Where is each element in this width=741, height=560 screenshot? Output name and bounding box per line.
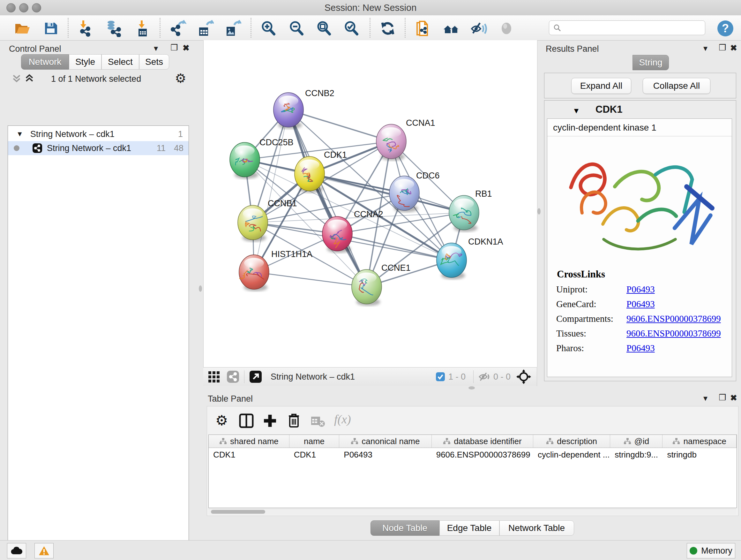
crosslink-link[interactable]: P06493 bbox=[626, 284, 655, 295]
warnings-button[interactable] bbox=[35, 543, 54, 558]
search-input[interactable] bbox=[564, 23, 705, 33]
control-panel-menu-icon[interactable]: ▾ bbox=[154, 44, 158, 52]
results-panel-float-icon[interactable]: ❒ bbox=[719, 44, 726, 52]
open-in-browser-icon[interactable] bbox=[249, 370, 262, 383]
table-panel-close-icon[interactable]: ✖ bbox=[730, 394, 737, 402]
table-cell[interactable]: CDK1 bbox=[209, 448, 289, 461]
birds-eye-view-icon[interactable] bbox=[208, 370, 221, 383]
tree-expander-icon[interactable]: ▼ bbox=[16, 130, 23, 138]
scrollbar-thumb[interactable] bbox=[211, 510, 265, 514]
network-edge[interactable] bbox=[288, 110, 367, 287]
section-expander-icon[interactable]: ▼ bbox=[572, 106, 580, 115]
tab-string[interactable]: String bbox=[632, 55, 669, 70]
table-cell[interactable]: stringdb:9... bbox=[610, 448, 663, 461]
zoom-fit-icon[interactable] bbox=[315, 19, 333, 38]
import-table-icon[interactable] bbox=[133, 19, 152, 38]
vertical-splitter-handle[interactable] bbox=[199, 286, 202, 292]
table-panel-menu-icon[interactable]: ▾ bbox=[703, 394, 708, 402]
network-node-cdk1[interactable] bbox=[294, 157, 325, 193]
zoom-selected-icon[interactable] bbox=[342, 19, 360, 38]
network-node-rb1[interactable] bbox=[449, 195, 479, 232]
fit-content-crosshair-icon[interactable] bbox=[516, 369, 531, 384]
network-edge[interactable] bbox=[288, 110, 391, 141]
crosslink-link[interactable]: 9606.ENSP00000378699 bbox=[626, 328, 721, 339]
selected-checkbox-icon[interactable] bbox=[435, 372, 445, 381]
column-header-databaseidentifier[interactable]: database identifier bbox=[432, 435, 533, 448]
tab-select[interactable]: Select bbox=[102, 54, 139, 70]
network-node-ccna2[interactable] bbox=[322, 216, 352, 253]
network-options-gear-icon[interactable]: ⚙ bbox=[175, 71, 186, 85]
expand-all-button[interactable]: Expand All bbox=[571, 78, 631, 94]
zoom-out-icon[interactable] bbox=[287, 19, 306, 38]
home-networks-icon[interactable] bbox=[442, 19, 461, 38]
network-node-ccnb2[interactable] bbox=[273, 92, 304, 129]
hide-unhide-icon[interactable] bbox=[470, 19, 488, 38]
network-edge[interactable] bbox=[337, 234, 452, 260]
export-table-icon[interactable] bbox=[196, 19, 214, 38]
tab-style[interactable]: Style bbox=[69, 54, 102, 70]
tab-sets[interactable]: Sets bbox=[139, 54, 169, 70]
crosslink-link[interactable]: 9606.ENSP00000378699 bbox=[626, 314, 721, 324]
open-session-icon[interactable] bbox=[13, 19, 31, 38]
table-cell[interactable]: P06493 bbox=[339, 448, 431, 461]
network-edge[interactable] bbox=[254, 272, 367, 287]
network-node-ccna1[interactable] bbox=[376, 124, 406, 161]
network-canvas[interactable]: CCNB2CCNA1CDC25BCDK1CDC6RB1CCNB1CCNA2CDK… bbox=[203, 40, 537, 367]
network-row-selected[interactable]: String Network – cdk1 11 48 bbox=[8, 141, 189, 155]
collapse-all-networks-icon[interactable] bbox=[11, 73, 22, 84]
export-image-icon[interactable] bbox=[223, 19, 242, 38]
string-view-icon[interactable] bbox=[226, 370, 240, 383]
manage-files-icon[interactable] bbox=[414, 19, 433, 38]
refresh-icon[interactable] bbox=[379, 19, 397, 38]
add-column-icon[interactable] bbox=[263, 414, 277, 428]
crosslink-row: Uniprot:P06493 bbox=[556, 284, 732, 295]
column-header-name[interactable]: name bbox=[289, 435, 339, 448]
table-cell[interactable]: cyclin-dependent ... bbox=[533, 448, 610, 461]
control-panel-float-icon[interactable]: ❒ bbox=[171, 44, 178, 52]
save-session-icon[interactable] bbox=[42, 19, 60, 38]
column-header-description[interactable]: description bbox=[533, 435, 610, 448]
network-node-hist1h1a[interactable] bbox=[239, 255, 269, 291]
results-panel-menu-icon[interactable]: ▾ bbox=[703, 44, 708, 52]
results-panel-close-icon[interactable]: ✖ bbox=[730, 44, 737, 52]
crosslink-label: GeneCard: bbox=[556, 299, 626, 309]
delete-table-icon bbox=[311, 415, 325, 428]
table-panel-float-icon[interactable]: ❒ bbox=[719, 393, 726, 401]
table-horizontal-scrollbar[interactable] bbox=[208, 509, 736, 515]
horizontal-splitter-handle[interactable] bbox=[468, 386, 475, 389]
crosslink-link[interactable]: P06493 bbox=[626, 299, 655, 309]
column-header-namespace[interactable]: namespace bbox=[663, 435, 737, 448]
network-node-cdc25b[interactable] bbox=[230, 142, 260, 179]
tab-network[interactable]: Network bbox=[21, 54, 69, 70]
table-row[interactable]: CDK1CDK1P064939606.ENSP00000378699cyclin… bbox=[209, 448, 737, 461]
help-icon[interactable]: ? bbox=[716, 19, 735, 38]
column-header-sharedname[interactable]: shared name bbox=[209, 435, 289, 448]
network-node-cdkn1a[interactable] bbox=[436, 243, 467, 279]
network-node-ccne1[interactable] bbox=[352, 269, 382, 306]
collapse-all-button[interactable]: Collapse All bbox=[643, 78, 711, 94]
crosslink-link[interactable]: P06493 bbox=[626, 343, 655, 354]
cloud-status-button[interactable] bbox=[7, 543, 26, 558]
zoom-in-icon[interactable] bbox=[259, 19, 278, 38]
expand-all-networks-icon[interactable] bbox=[24, 73, 35, 84]
table-cell[interactable]: stringdb bbox=[663, 448, 737, 461]
table-options-gear-icon[interactable]: ⚙ bbox=[215, 412, 228, 428]
import-network-file-icon[interactable] bbox=[77, 19, 96, 38]
column-header-canonicalname[interactable]: canonical name bbox=[339, 435, 431, 448]
memory-button[interactable]: Memory bbox=[687, 543, 735, 558]
import-network-database-icon[interactable] bbox=[105, 19, 124, 38]
table-cell[interactable]: 9606.ENSP00000378699 bbox=[432, 448, 533, 461]
table-cell[interactable]: CDK1 bbox=[289, 448, 340, 461]
network-collection-row[interactable]: ▼ String Network – cdk1 1 bbox=[8, 127, 189, 141]
tab-network-table[interactable]: Network Table bbox=[499, 520, 574, 536]
delete-column-trash-icon[interactable] bbox=[287, 413, 301, 428]
control-panel-close-icon[interactable]: ✖ bbox=[183, 44, 190, 52]
column-header-id[interactable]: @id bbox=[610, 435, 663, 448]
export-network-icon[interactable] bbox=[169, 19, 187, 38]
network-node-ccnb1[interactable] bbox=[238, 205, 268, 242]
vertical-splitter-handle[interactable] bbox=[537, 208, 541, 214]
tab-edge-table[interactable]: Edge Table bbox=[440, 520, 499, 536]
select-columns-icon[interactable] bbox=[239, 414, 254, 428]
hidden-eye-icon[interactable] bbox=[478, 372, 490, 382]
tab-node-table[interactable]: Node Table bbox=[370, 520, 440, 536]
